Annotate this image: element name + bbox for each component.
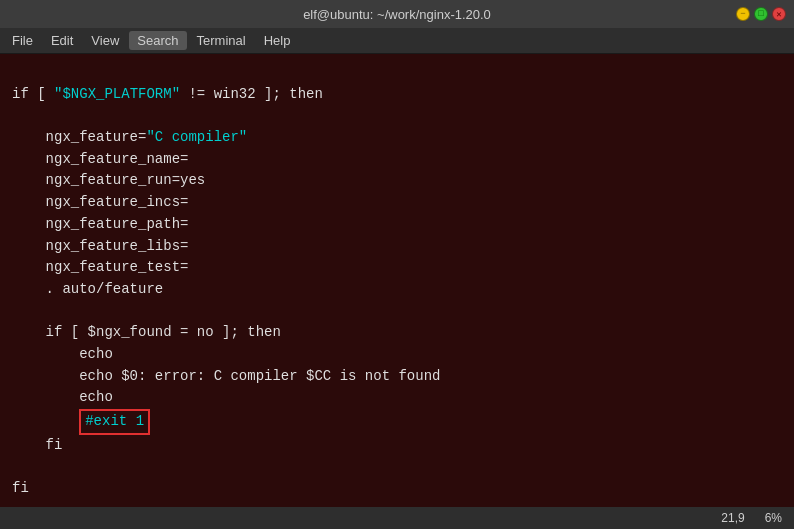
menu-help[interactable]: Help [256, 31, 299, 50]
minimize-button[interactable]: − [736, 7, 750, 21]
code-content: if [ "$NGX_PLATFORM" != win32 ]; then ng… [12, 62, 782, 507]
line-6: ngx_feature_incs= [12, 194, 188, 210]
title-bar: elf@ubuntu: ~/work/nginx-1.20.0 − □ ✕ [0, 0, 794, 28]
menu-edit[interactable]: Edit [43, 31, 81, 50]
terminal-area[interactable]: if [ "$NGX_PLATFORM" != win32 ]; then ng… [0, 54, 794, 507]
line-15: echo [12, 389, 113, 405]
highlighted-exit-line: #exit 1 [79, 409, 150, 435]
menu-terminal[interactable]: Terminal [189, 31, 254, 50]
line-3: ngx_feature="C compiler" [12, 129, 247, 145]
menu-search[interactable]: Search [129, 31, 186, 50]
cursor-position: 21,9 [721, 511, 744, 525]
scroll-percent: 6% [765, 511, 782, 525]
maximize-button[interactable]: □ [754, 7, 768, 21]
window-title: elf@ubuntu: ~/work/nginx-1.20.0 [303, 7, 491, 22]
line-14: echo $0: error: C compiler $CC is not fo… [12, 368, 440, 384]
line-7: ngx_feature_path= [12, 216, 188, 232]
line-8: ngx_feature_libs= [12, 238, 188, 254]
close-button[interactable]: ✕ [772, 7, 786, 21]
window-controls: − □ ✕ [736, 7, 786, 21]
menu-bar: File Edit View Search Terminal Help [0, 28, 794, 54]
line-5: ngx_feature_run=yes [12, 172, 205, 188]
line-9: ngx_feature_test= [12, 259, 188, 275]
line-17: fi [12, 437, 62, 453]
line-16: #exit 1 [12, 413, 150, 429]
status-bar: 21,9 6% [0, 507, 794, 529]
line-12: if [ $ngx_found = no ]; then [12, 324, 281, 340]
menu-file[interactable]: File [4, 31, 41, 50]
line-10: . auto/feature [12, 281, 163, 297]
line-1: if [ "$NGX_PLATFORM" != win32 ]; then [12, 86, 323, 102]
line-13: echo [12, 346, 113, 362]
line-19: fi [12, 480, 29, 496]
line-4: ngx_feature_name= [12, 151, 188, 167]
menu-view[interactable]: View [83, 31, 127, 50]
